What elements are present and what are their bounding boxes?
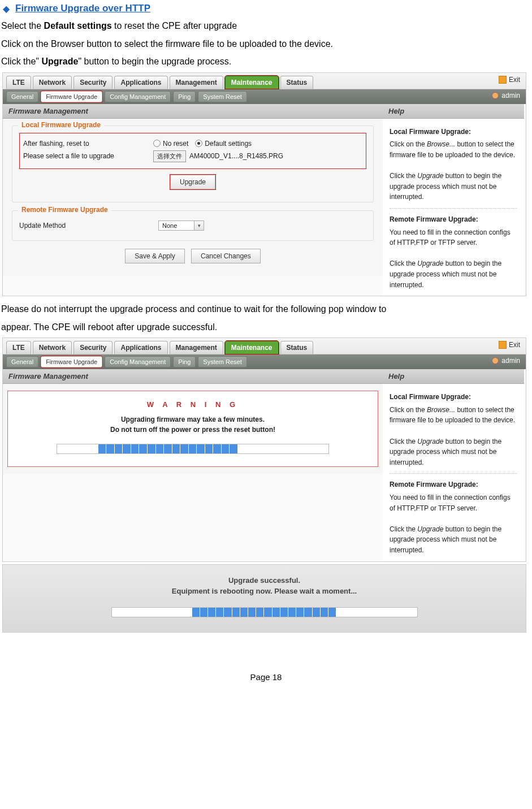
subtab-config-management[interactable]: Config Management — [105, 356, 171, 367]
row-reset-to: After flashing, reset to No reset Defaul… — [23, 140, 362, 148]
tab-management[interactable]: Management — [170, 76, 223, 89]
screenshot-2: LTE Network Security Applications Manage… — [2, 338, 526, 561]
help-text: Click on the Browse... button to select … — [390, 139, 517, 160]
doc-text-line: Click the" Upgrade" button to begin the … — [1, 54, 532, 69]
row-select-file: Please select a file to upgrade 选择文件 AM4… — [23, 150, 362, 162]
upgrade-button[interactable]: Upgrade — [170, 175, 215, 189]
main-topbar: LTE Network Security Applications Manage… — [3, 338, 526, 354]
doc-text-line: appear. The CPE will reboot after upgrad… — [1, 320, 532, 335]
tab-network[interactable]: Network — [33, 76, 72, 89]
subtab-system-reset[interactable]: System Reset — [198, 91, 246, 102]
subtab-firmware-upgrade[interactable]: Firmware Upgrade — [41, 91, 102, 102]
user-indicator[interactable]: admin — [492, 357, 520, 365]
main-topbar: LTE Network Security Applications Manage… — [3, 73, 526, 89]
chevron-down-icon: ▾ — [194, 220, 204, 231]
panel-title-help: Help — [383, 104, 524, 119]
selected-filename: AM4000D_V1....8_R1485.PRG — [189, 152, 283, 160]
exit-icon — [499, 341, 507, 349]
tab-status[interactable]: Status — [280, 341, 314, 354]
tab-network[interactable]: Network — [33, 341, 72, 354]
exit-label: Exit — [509, 76, 520, 84]
label-reset-to: After flashing, reset to — [23, 140, 153, 148]
sub-bar: General Firmware Upgrade Config Manageme… — [3, 89, 526, 104]
tab-security[interactable]: Security — [73, 76, 113, 89]
label-select-file: Please select a file to upgrade — [23, 152, 153, 160]
subtab-system-reset[interactable]: System Reset — [198, 356, 246, 367]
help-local-hdr: Local Firmware Upgrade: — [390, 392, 517, 403]
radio-no-reset[interactable]: No reset — [153, 140, 188, 148]
warning-text: Upgrading firmware may take a few minute… — [15, 414, 371, 435]
help-body: Local Firmware Upgrade: Click on the Bro… — [383, 384, 524, 561]
subtab-ping[interactable]: Ping — [173, 91, 196, 102]
local-legend: Local Firmware Upgrade — [18, 121, 104, 129]
help-text: You need to fill in the connection confi… — [390, 492, 517, 513]
page-number: Page 18 — [0, 672, 532, 682]
upgrade-success-bar: Upgrade successful. Equipment is rebooti… — [2, 564, 526, 633]
doc-text-line: Please do not interrupt the upgrade proc… — [1, 302, 532, 317]
exit-link[interactable]: Exit — [499, 341, 520, 349]
user-icon — [492, 357, 499, 364]
radio-default-settings[interactable]: Default settings — [195, 140, 252, 148]
help-text: Click the Upgrade button to begin the up… — [390, 524, 517, 556]
subtab-config-management[interactable]: Config Management — [105, 91, 171, 102]
tab-status[interactable]: Status — [280, 76, 314, 89]
panel-title-left: Firmware Management — [3, 104, 383, 119]
save-apply-button[interactable]: Save & Apply — [125, 249, 184, 263]
choose-file-button[interactable]: 选择文件 — [153, 150, 186, 162]
tab-applications[interactable]: Applications — [114, 76, 167, 89]
remote-legend: Remote Firmware Upgrade — [18, 206, 111, 214]
main-tabs: LTE Network Security Applications Manage… — [6, 341, 313, 354]
heading-title: Firmware Upgrade over HTTP — [15, 3, 150, 14]
help-remote-hdr: Remote Firmware Upgrade: — [390, 479, 517, 490]
panel-title-left: Firmware Management — [3, 369, 383, 384]
sub-bar: General Firmware Upgrade Config Manageme… — [3, 354, 526, 369]
label-update-method: Update Method — [19, 222, 158, 230]
warning-title: W A R N I N G — [15, 400, 371, 409]
exit-link[interactable]: Exit — [499, 76, 520, 84]
user-name: admin — [501, 92, 520, 99]
help-body: Local Firmware Upgrade: Click on the Bro… — [383, 119, 524, 296]
subtab-firmware-upgrade[interactable]: Firmware Upgrade — [41, 356, 102, 367]
doc-section-heading: ◆ Firmware Upgrade over HTTP — [3, 3, 532, 14]
subtab-ping[interactable]: Ping — [173, 356, 196, 367]
subtab-general[interactable]: General — [6, 356, 38, 367]
highlight-box: After flashing, reset to No reset Defaul… — [19, 133, 366, 169]
local-upgrade-fieldset: Local Firmware Upgrade After flashing, r… — [12, 126, 374, 202]
doc-text-line: Select the Default settings to reset the… — [1, 19, 532, 33]
user-icon — [492, 92, 499, 99]
doc-text-line: Click on the Browser button to select th… — [1, 37, 532, 51]
row-update-method: Update Method None ▾ — [19, 220, 366, 231]
tab-maintenance[interactable]: Maintenance — [225, 76, 279, 89]
help-text: Click the Upgrade button to begin the up… — [390, 436, 517, 468]
exit-icon — [499, 76, 507, 84]
success-text: Upgrade successful. Equipment is rebooti… — [3, 575, 526, 597]
help-remote-hdr: Remote Firmware Upgrade: — [390, 214, 517, 225]
tab-maintenance[interactable]: Maintenance — [225, 341, 279, 354]
help-local-hdr: Local Firmware Upgrade: — [390, 127, 517, 137]
cancel-changes-button[interactable]: Cancel Changes — [191, 249, 261, 263]
exit-label: Exit — [509, 341, 520, 349]
warning-box: W A R N I N G Upgrading firmware may tak… — [7, 391, 378, 467]
tab-management[interactable]: Management — [170, 341, 223, 354]
help-text: Click the Upgrade button to begin the up… — [390, 171, 517, 202]
tab-lte[interactable]: LTE — [6, 341, 31, 354]
sub-tabs: General Firmware Upgrade Config Manageme… — [6, 91, 247, 102]
help-text: Click on the Browse... button to select … — [390, 405, 517, 426]
panel-title-help: Help — [383, 369, 524, 384]
user-indicator[interactable]: admin — [492, 92, 520, 99]
select-value: None — [158, 220, 194, 231]
tab-security[interactable]: Security — [73, 341, 113, 354]
update-method-select[interactable]: None ▾ — [158, 220, 204, 231]
remote-upgrade-fieldset: Remote Firmware Upgrade Update Method No… — [12, 210, 374, 241]
sub-tabs: General Firmware Upgrade Config Manageme… — [6, 356, 247, 367]
diamond-icon: ◆ — [3, 3, 10, 14]
tab-applications[interactable]: Applications — [114, 341, 167, 354]
screenshot-1: LTE Network Security Applications Manage… — [2, 72, 526, 296]
main-tabs: LTE Network Security Applications Manage… — [6, 76, 313, 89]
help-text: Click the Upgrade button to begin the up… — [390, 258, 517, 290]
subtab-general[interactable]: General — [6, 91, 38, 102]
progress-bar — [57, 444, 329, 454]
help-text: You need to fill in the connection confi… — [390, 227, 517, 248]
progress-bar — [111, 607, 418, 617]
tab-lte[interactable]: LTE — [6, 76, 31, 89]
